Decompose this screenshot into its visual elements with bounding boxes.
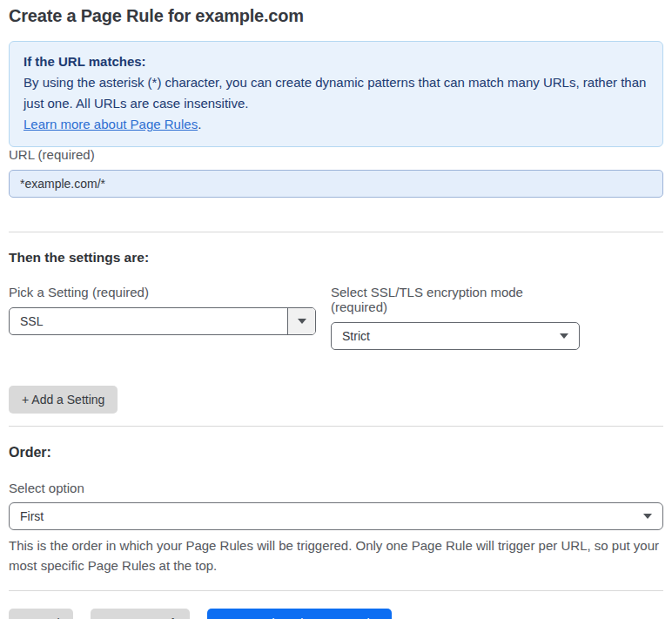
page-rule-form: Create a Page Rule for example.com If th… bbox=[0, 6, 672, 619]
info-banner-link-line: Learn more about Page Rules. bbox=[24, 114, 648, 135]
order-select-value: First bbox=[10, 509, 643, 523]
link-period: . bbox=[198, 117, 201, 131]
save-as-draft-button[interactable]: Save as Draft bbox=[91, 609, 191, 619]
url-input[interactable] bbox=[9, 170, 663, 198]
order-select-label: Select option bbox=[9, 481, 663, 495]
pick-setting-select[interactable]: SSL bbox=[9, 307, 316, 335]
footer-actions: Cancel Save as Draft Save and Deploy Pag… bbox=[9, 609, 663, 619]
url-field-label: URL (required) bbox=[9, 147, 95, 162]
ssl-mode-select[interactable]: Strict bbox=[331, 322, 580, 350]
settings-section-heading: Then the settings are: bbox=[9, 250, 663, 266]
learn-more-link[interactable]: Learn more about Page Rules bbox=[24, 117, 198, 131]
order-help-text: This is the order in which your Page Rul… bbox=[9, 535, 663, 575]
page-title: Create a Page Rule for example.com bbox=[9, 6, 663, 26]
url-match-info-banner: If the URL matches: By using the asteris… bbox=[9, 41, 663, 147]
order-select[interactable]: First bbox=[9, 502, 663, 530]
save-and-deploy-button[interactable]: Save and Deploy Page Rule bbox=[207, 609, 392, 619]
order-section-heading: Order: bbox=[9, 445, 663, 461]
divider bbox=[9, 590, 663, 591]
pick-setting-value: SSL bbox=[10, 314, 287, 328]
divider bbox=[9, 426, 663, 427]
chevron-down-icon bbox=[298, 319, 306, 324]
ssl-mode-value: Strict bbox=[332, 329, 560, 343]
pick-setting-arrow-button[interactable] bbox=[287, 308, 315, 334]
divider bbox=[9, 232, 663, 232]
info-banner-heading: If the URL matches: bbox=[24, 51, 648, 72]
cancel-button[interactable]: Cancel bbox=[9, 609, 73, 619]
ssl-mode-group: Select SSL/TLS encryption mode (required… bbox=[331, 285, 580, 350]
pick-setting-label: Pick a Setting (required) bbox=[9, 285, 316, 299]
settings-selects-row: Pick a Setting (required) SSL Select SSL… bbox=[9, 285, 663, 350]
chevron-down-icon bbox=[560, 333, 568, 339]
info-banner-body: By using the asterisk (*) character, you… bbox=[24, 72, 648, 114]
pick-setting-group: Pick a Setting (required) SSL bbox=[9, 285, 316, 350]
ssl-mode-label: Select SSL/TLS encryption mode (required… bbox=[331, 285, 580, 314]
chevron-down-icon bbox=[643, 514, 652, 519]
add-setting-button[interactable]: + Add a Setting bbox=[9, 386, 118, 414]
